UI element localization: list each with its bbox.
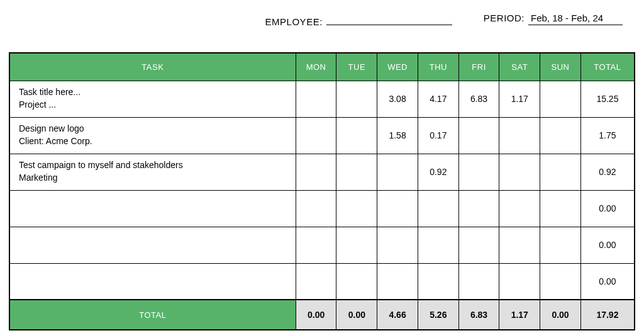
cell-wed[interactable] [377, 154, 418, 190]
cell-tue[interactable] [336, 227, 377, 263]
total-sun: 0.00 [540, 300, 581, 330]
table-row: Test campaign to myself and stakeholders… [9, 154, 635, 190]
cell-sat[interactable] [499, 154, 540, 190]
table-row: Design new logoClient: Acme Corp. 1.58 0… [9, 117, 635, 154]
table-row: 0.00 [9, 190, 635, 227]
total-grand: 17.92 [580, 300, 635, 330]
totals-label: TOTAL [9, 300, 296, 330]
cell-tue[interactable] [336, 190, 377, 227]
cell-thu[interactable]: 4.17 [418, 81, 458, 117]
cell-fri[interactable] [458, 117, 499, 154]
cell-tue[interactable] [336, 117, 377, 154]
cell-sat[interactable] [499, 263, 540, 300]
cell-thu[interactable]: 0.92 [418, 154, 458, 190]
cell-wed[interactable] [377, 190, 418, 227]
task-title: Task title here... [19, 87, 80, 97]
col-sun: SUN [540, 53, 581, 81]
cell-wed[interactable]: 3.08 [377, 81, 418, 117]
cell-mon[interactable] [296, 117, 336, 154]
table-row: Task title here...Project ... 3.08 4.17 … [9, 81, 635, 117]
cell-wed[interactable] [377, 227, 418, 263]
cell-sun[interactable] [540, 227, 581, 263]
col-tue: TUE [336, 53, 377, 81]
col-sat: SAT [499, 53, 540, 81]
cell-wed[interactable]: 1.58 [377, 117, 418, 154]
cell-mon[interactable] [296, 190, 336, 227]
col-mon: MON [296, 53, 336, 81]
task-title: Test campaign to myself and stakeholders [19, 160, 183, 170]
task-cell[interactable]: Test campaign to myself and stakeholders… [9, 154, 296, 190]
cell-sun[interactable] [540, 117, 581, 154]
cell-tue[interactable] [336, 263, 377, 300]
table-body: Task title here...Project ... 3.08 4.17 … [9, 81, 635, 300]
table-row: 0.00 [9, 263, 635, 300]
task-sub: Project ... [19, 99, 56, 110]
period-label: PERIOD: [484, 13, 525, 23]
task-cell[interactable]: Design new logoClient: Acme Corp. [9, 117, 296, 154]
cell-sun[interactable] [540, 190, 581, 227]
table-row: 0.00 [9, 227, 635, 263]
col-thu: THU [418, 53, 458, 81]
cell-sat[interactable]: 1.17 [499, 81, 540, 117]
cell-sat[interactable] [499, 227, 540, 263]
cell-fri[interactable] [458, 154, 499, 190]
totals-row: TOTAL 0.00 0.00 4.66 5.26 6.83 1.17 0.00… [9, 300, 635, 330]
employee-field: EMPLOYEE: [265, 13, 452, 27]
employee-label: EMPLOYEE: [265, 16, 323, 27]
employee-value[interactable] [326, 13, 452, 25]
total-sat: 1.17 [499, 300, 540, 330]
timesheet-table: TASK MON TUE WED THU FRI SAT SUN TOTAL T… [9, 52, 635, 330]
cell-sun[interactable] [540, 263, 581, 300]
header-row: EMPLOYEE: PERIOD: Feb, 18 - Feb, 24 [9, 13, 635, 27]
cell-total: 0.00 [580, 263, 635, 300]
task-cell[interactable] [9, 227, 296, 263]
cell-fri[interactable] [458, 263, 499, 300]
cell-fri[interactable]: 6.83 [458, 81, 499, 117]
cell-thu[interactable] [418, 190, 458, 227]
cell-total: 1.75 [580, 117, 635, 154]
total-thu: 5.26 [418, 300, 458, 330]
cell-thu[interactable] [418, 263, 458, 300]
cell-tue[interactable] [336, 154, 377, 190]
cell-total: 0.00 [580, 227, 635, 263]
total-wed: 4.66 [377, 300, 418, 330]
cell-total: 0.92 [580, 154, 635, 190]
cell-sat[interactable] [499, 190, 540, 227]
task-title: Design new logo [19, 123, 84, 133]
task-cell[interactable]: Task title here...Project ... [9, 81, 296, 117]
cell-total: 15.25 [580, 81, 635, 117]
task-cell[interactable] [9, 190, 296, 227]
cell-sun[interactable] [540, 81, 581, 117]
cell-mon[interactable] [296, 227, 336, 263]
period-field: PERIOD: Feb, 18 - Feb, 24 [484, 13, 623, 27]
col-task: TASK [9, 53, 296, 81]
cell-fri[interactable] [458, 227, 499, 263]
col-total: TOTAL [580, 53, 635, 81]
cell-total: 0.00 [580, 190, 635, 227]
period-value[interactable]: Feb, 18 - Feb, 24 [528, 13, 623, 25]
cell-fri[interactable] [458, 190, 499, 227]
cell-tue[interactable] [336, 81, 377, 117]
cell-thu[interactable]: 0.17 [418, 117, 458, 154]
task-sub: Marketing [19, 172, 57, 183]
cell-wed[interactable] [377, 263, 418, 300]
cell-sun[interactable] [540, 154, 581, 190]
cell-mon[interactable] [296, 81, 336, 117]
total-mon: 0.00 [296, 300, 336, 330]
table-header-row: TASK MON TUE WED THU FRI SAT SUN TOTAL [9, 53, 635, 81]
col-fri: FRI [458, 53, 499, 81]
cell-mon[interactable] [296, 263, 336, 300]
cell-sat[interactable] [499, 117, 540, 154]
task-sub: Client: Acme Corp. [19, 136, 92, 146]
cell-thu[interactable] [418, 227, 458, 263]
task-cell[interactable] [9, 263, 296, 300]
total-tue: 0.00 [336, 300, 377, 330]
col-wed: WED [377, 53, 418, 81]
total-fri: 6.83 [458, 300, 499, 330]
cell-mon[interactable] [296, 154, 336, 190]
